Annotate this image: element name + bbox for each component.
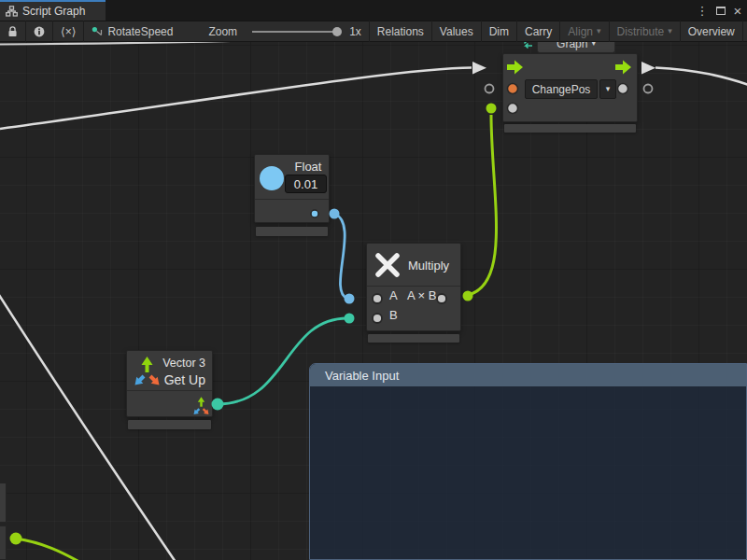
- code-icon: ⟨×⟩: [61, 25, 76, 38]
- script-graph-window: Script Graph ⋮ × ⟨×⟩: [0, 0, 747, 560]
- vector3-node-titles: Vector 3 Get Up: [162, 357, 205, 387]
- flow-arrowhead-out: [641, 62, 655, 75]
- tab-title: Script Graph: [22, 5, 85, 18]
- float-type-icon: [260, 166, 284, 190]
- chevron-down-icon: ▾: [668, 27, 672, 35]
- tab-script-graph[interactable]: Script Graph: [0, 0, 106, 21]
- multiply-input-b-label: B: [389, 308, 398, 322]
- flow-arrowhead-in: [472, 62, 486, 75]
- lock-icon: [7, 25, 18, 38]
- unconnected-port-ring-right[interactable]: [644, 85, 653, 93]
- close-icon[interactable]: ×: [730, 0, 745, 21]
- relations-button[interactable]: Relations: [370, 21, 431, 42]
- multiply-icon: [374, 252, 401, 278]
- zoom-slider-knob[interactable]: [332, 27, 342, 36]
- vector3-output-port-icon[interactable]: [192, 396, 210, 415]
- offscreen-node-footer: [0, 525, 7, 560]
- graph-title-pill[interactable]: Graph ▾: [537, 42, 615, 53]
- overview-button[interactable]: Overview: [681, 21, 742, 42]
- offscreen-node[interactable]: [0, 483, 7, 523]
- float-literal-node[interactable]: Float 0.01: [254, 154, 330, 223]
- info-icon: [34, 25, 45, 38]
- vector3-icon: [133, 355, 162, 386]
- zoom-value: 1x: [340, 21, 369, 42]
- dim-button[interactable]: Dim: [482, 21, 516, 42]
- multiply-node[interactable]: Multiply A A × B B: [366, 243, 461, 331]
- graph-tab-icon: [6, 6, 18, 17]
- edit-source-button[interactable]: ⟨×⟩: [53, 21, 83, 42]
- vector3-type-label: Vector 3: [162, 357, 205, 370]
- unconnected-port-ring-left[interactable]: [486, 85, 494, 93]
- graph-canvas[interactable]: Variable Input Graph ▾ ChangePos ▾: [0, 42, 747, 560]
- vector3-node-footer: [128, 420, 211, 429]
- values-button[interactable]: Values: [432, 21, 481, 42]
- maximize-icon[interactable]: [713, 0, 728, 21]
- carry-button[interactable]: Carry: [517, 21, 559, 42]
- changepos-node-footer: [504, 124, 636, 133]
- zoom-slider[interactable]: [252, 31, 338, 33]
- wire-terminal-blue: [345, 294, 355, 304]
- inspect-button[interactable]: [26, 21, 52, 42]
- flow-wire-in[interactable]: [0, 68, 472, 130]
- chevron-down-icon: ▾: [597, 27, 601, 35]
- multiply-to-graph-wire[interactable]: [468, 115, 497, 295]
- lock-button[interactable]: [0, 21, 25, 42]
- window-menu-icon[interactable]: ⋮: [695, 0, 710, 21]
- float-node-title: Float: [289, 160, 328, 174]
- wire-terminal-green: [486, 104, 497, 114]
- graph-ref-label: RotateSpeed: [107, 25, 173, 38]
- align-button[interactable]: Align ▾: [560, 21, 608, 42]
- multiply-output-label: A × B: [407, 288, 436, 302]
- graph-reference[interactable]: RotateSpeed: [84, 21, 180, 42]
- changepos-dropdown[interactable]: ChangePos: [525, 79, 598, 99]
- vector3-getup-node[interactable]: Vector 3 Get Up: [126, 350, 213, 417]
- chevron-down-icon: ▾: [606, 85, 611, 93]
- float-node-footer: [256, 227, 328, 236]
- vector3-op-label: Get Up: [162, 372, 205, 387]
- graph-toolbar: ⟨×⟩ RotateSpeed Zoom 1x Relations Values…: [0, 21, 747, 42]
- multiply-node-footer: [368, 334, 459, 343]
- distribute-button[interactable]: Distribute ▾: [610, 21, 680, 42]
- multiply-node-title: Multiply: [408, 259, 449, 273]
- chevron-down-icon: ▾: [591, 42, 596, 48]
- wire-terminal-green: [463, 291, 473, 301]
- wire-terminal-teal: [345, 314, 355, 324]
- variable-input-title: Variable Input: [325, 369, 399, 383]
- changepos-graph-node[interactable]: ChangePos ▾: [502, 53, 638, 122]
- float-value-input[interactable]: 0.01: [285, 175, 327, 193]
- changepos-dropdown-caret[interactable]: ▾: [599, 79, 616, 99]
- wire-terminal-teal: [212, 399, 224, 411]
- wire-terminal-green: [10, 533, 22, 545]
- zoom-label: Zoom: [201, 21, 245, 42]
- graph-ref-icon: [92, 26, 104, 37]
- wire-terminal-blue: [330, 209, 340, 219]
- float-to-multiply-wire[interactable]: [334, 214, 347, 299]
- variable-input-panel[interactable]: Variable Input: [309, 363, 747, 560]
- offscreen-green-wire[interactable]: [16, 539, 86, 560]
- multiply-input-a-label: A: [389, 288, 398, 302]
- flow-wire-top[interactable]: [0, 42, 518, 45]
- flow-wire-out[interactable]: [655, 68, 747, 86]
- tab-bar: Script Graph ⋮ ×: [0, 0, 747, 21]
- variable-input-header[interactable]: Variable Input: [310, 364, 746, 386]
- fullscreen-button[interactable]: Full Screen: [743, 21, 747, 42]
